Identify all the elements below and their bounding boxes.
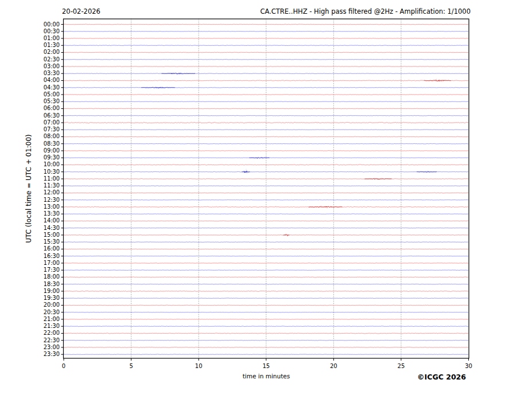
trace-row-05:00 — [64, 94, 468, 95]
trace-row-21:30 — [64, 326, 468, 327]
trace-row-23:30 — [64, 354, 468, 355]
trace-row-21:00 — [64, 319, 468, 320]
trace-row-18:30 — [64, 284, 468, 285]
trace-rows — [64, 24, 468, 355]
trace-row-08:00 — [64, 136, 468, 137]
trace-row-17:00 — [64, 263, 468, 264]
helicorder-plot — [0, 0, 532, 399]
trace-row-03:30 — [64, 72, 468, 75]
trace-row-12:30 — [64, 200, 468, 201]
trace-row-09:00 — [64, 150, 468, 151]
seismogram-page: { "header": { "date": "20-02-2026", "tit… — [0, 0, 532, 399]
trace-row-00:30 — [64, 31, 468, 32]
trace-row-11:00 — [64, 178, 468, 180]
trace-row-14:00 — [64, 220, 468, 221]
trace-row-15:30 — [64, 241, 468, 242]
trace-row-19:00 — [64, 291, 468, 292]
trace-row-05:30 — [64, 101, 468, 102]
tick-marks — [61, 25, 469, 361]
gridlines — [131, 19, 401, 358]
trace-row-02:30 — [64, 59, 468, 60]
trace-row-01:00 — [64, 38, 468, 39]
trace-row-06:30 — [64, 115, 468, 116]
